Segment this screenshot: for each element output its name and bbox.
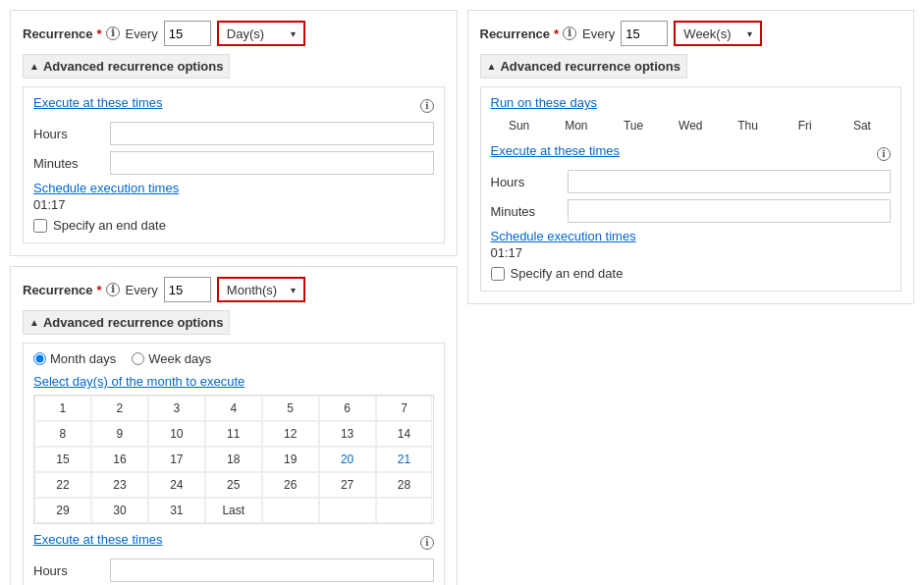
cal-20[interactable]: 20 — [319, 447, 376, 472]
unit-value-top-left: Day(s) — [227, 27, 264, 41]
chevron-down-icon-tr: ▾ — [747, 28, 752, 39]
run-on-label[interactable]: Run on these days — [491, 95, 892, 110]
cal-16[interactable]: 16 — [91, 447, 148, 472]
info-icon-top-right[interactable]: ℹ — [563, 27, 576, 40]
schedule-link-tr[interactable]: Schedule execution times — [491, 229, 892, 243]
day-fri[interactable]: Fri — [777, 116, 834, 135]
day-sat[interactable]: Sat — [834, 116, 891, 135]
chevron-down-icon: ▾ — [291, 28, 296, 39]
cal-10[interactable]: 10 — [148, 421, 205, 447]
days-row: Sun Mon Tue Wed Thu Fri Sat — [491, 116, 892, 135]
execute-info-icon-tr[interactable]: ℹ — [877, 147, 891, 161]
cal-empty1 — [262, 498, 319, 523]
execute-info-icon-bl[interactable]: ℹ — [420, 536, 434, 550]
hours-input-bl[interactable] — [110, 558, 434, 582]
cal-last[interactable]: Last — [205, 498, 262, 523]
end-date-checkbox-tr[interactable] — [491, 267, 505, 281]
week-days-radio[interactable] — [132, 352, 144, 365]
every-input-bottom-left[interactable] — [164, 277, 211, 302]
cal-30[interactable]: 30 — [91, 498, 148, 523]
cal-7[interactable]: 7 — [376, 396, 433, 421]
cal-22[interactable]: 22 — [34, 472, 91, 498]
cal-9[interactable]: 9 — [91, 421, 148, 447]
recurrence-label-top-right: Recurrence * ℹ — [480, 27, 577, 41]
cal-19[interactable]: 19 — [262, 447, 319, 472]
every-label-top-left: Every — [126, 27, 158, 41]
execute-at-these-times-link-tr[interactable]: Execute at these times — [491, 143, 621, 158]
day-mon[interactable]: Mon — [548, 116, 605, 135]
cal-5[interactable]: 5 — [262, 396, 319, 421]
info-icon-bottom-left[interactable]: ℹ — [106, 283, 120, 296]
cal-21[interactable]: 21 — [376, 447, 433, 472]
day-wed[interactable]: Wed — [662, 116, 719, 135]
month-days-radio-label[interactable]: Month days — [33, 351, 116, 366]
cal-3[interactable]: 3 — [148, 396, 205, 421]
cal-6[interactable]: 6 — [319, 396, 376, 421]
cal-25[interactable]: 25 — [205, 472, 262, 498]
cal-1[interactable]: 1 — [34, 396, 91, 421]
cal-empty2 — [319, 498, 376, 523]
minutes-input-tr[interactable] — [568, 199, 892, 223]
cal-24[interactable]: 24 — [148, 472, 205, 498]
advanced-toggle-label: Advanced recurrence options — [43, 59, 224, 74]
required-star-tr: * — [554, 27, 559, 41]
advanced-toggle-label-bl: Advanced recurrence options — [43, 315, 224, 330]
end-date-checkbox-top-left[interactable] — [33, 219, 47, 233]
cal-27[interactable]: 27 — [319, 472, 376, 498]
cal-29[interactable]: 29 — [34, 498, 91, 523]
every-label-bottom-left: Every — [126, 283, 158, 297]
time-display-tr: 01:17 — [491, 245, 892, 260]
unit-select-top-left[interactable]: Day(s) ▾ — [217, 21, 305, 46]
execute-at-these-times-link-top-left[interactable]: Execute at these times — [33, 95, 163, 110]
month-days-label: Month days — [50, 351, 116, 366]
info-icon-top-left[interactable]: ℹ — [106, 27, 120, 40]
execute-info-icon-top-left[interactable]: ℹ — [420, 99, 434, 113]
arrow-up-icon-bl: ▲ — [29, 317, 39, 328]
cal-8[interactable]: 8 — [34, 421, 91, 447]
chevron-down-icon-bl: ▾ — [291, 285, 296, 295]
cal-11[interactable]: 11 — [205, 421, 262, 447]
end-date-label-top-left: Specify an end date — [53, 218, 166, 233]
advanced-toggle-top-left[interactable]: ▲ Advanced recurrence options — [23, 54, 230, 79]
cal-12[interactable]: 12 — [262, 421, 319, 447]
schedule-link-top-left[interactable]: Schedule execution times — [33, 181, 434, 195]
hours-input-tr[interactable] — [568, 170, 892, 193]
unit-select-bottom-left[interactable]: Month(s) ▾ — [217, 277, 305, 302]
unit-value-top-right: Week(s) — [683, 27, 731, 41]
cal-2[interactable]: 2 — [91, 396, 148, 421]
week-days-radio-label[interactable]: Week days — [132, 351, 211, 366]
advanced-toggle-top-right[interactable]: ▲ Advanced recurrence options — [480, 54, 687, 79]
calendar-grid: 1 2 3 4 5 6 7 8 9 10 11 12 13 14 15 16 1 — [33, 395, 434, 524]
hours-label-top-left: Hours — [33, 127, 102, 141]
hours-label-bl: Hours — [33, 563, 102, 578]
select-days-link[interactable]: Select day(s) of the month to execute — [33, 374, 434, 389]
cal-15[interactable]: 15 — [34, 447, 91, 472]
day-thu[interactable]: Thu — [719, 116, 776, 135]
execute-at-these-times-link-bl[interactable]: Execute at these times — [33, 532, 163, 547]
cal-23[interactable]: 23 — [91, 472, 148, 498]
cal-28[interactable]: 28 — [376, 472, 433, 498]
month-days-radio[interactable] — [33, 352, 46, 365]
cal-31[interactable]: 31 — [148, 498, 205, 523]
cal-4[interactable]: 4 — [205, 396, 262, 421]
every-input-top-left[interactable] — [164, 21, 211, 46]
advanced-toggle-bottom-left[interactable]: ▲ Advanced recurrence options — [23, 310, 230, 335]
every-input-top-right[interactable] — [621, 21, 668, 46]
day-tue[interactable]: Tue — [605, 116, 662, 135]
minutes-input-top-left[interactable] — [110, 151, 434, 175]
every-label-top-right: Every — [582, 27, 615, 41]
cal-17[interactable]: 17 — [148, 447, 205, 472]
cal-26[interactable]: 26 — [262, 472, 319, 498]
hours-input-top-left[interactable] — [110, 122, 434, 145]
minutes-label-tr: Minutes — [491, 204, 560, 219]
unit-value-bottom-left: Month(s) — [227, 283, 277, 297]
unit-select-top-right[interactable]: Week(s) ▾ — [674, 21, 762, 46]
cal-14[interactable]: 14 — [376, 421, 433, 447]
cal-13[interactable]: 13 — [319, 421, 376, 447]
day-sun[interactable]: Sun — [491, 116, 548, 135]
required-star: * — [97, 27, 102, 41]
hours-label-tr: Hours — [491, 175, 560, 189]
week-days-label: Week days — [148, 351, 211, 366]
advanced-toggle-label-tr: Advanced recurrence options — [500, 59, 680, 74]
cal-18[interactable]: 18 — [205, 447, 262, 472]
